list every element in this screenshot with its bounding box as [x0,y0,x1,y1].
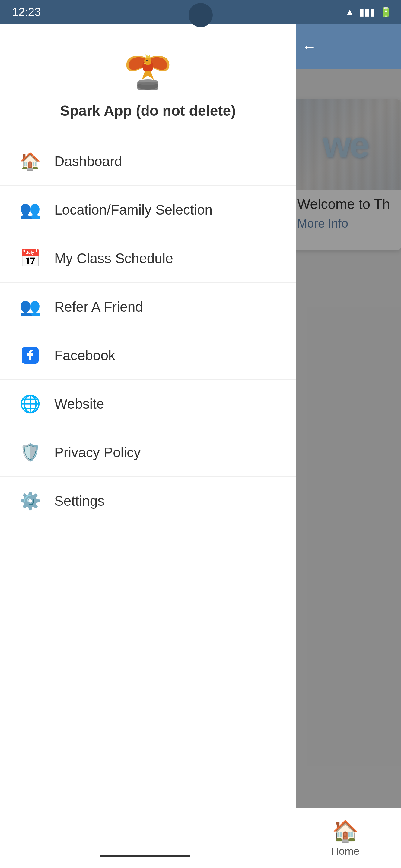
website-label: Website [54,396,104,412]
facebook-label: Facebook [54,347,115,364]
home-nav-icon[interactable]: 🏠 [332,819,359,844]
class-schedule-label: My Class Schedule [54,250,173,267]
facebook-icon [18,343,42,367]
bottom-navigation: 🏠 Home [290,808,401,868]
sidebar-item-dashboard[interactable]: 🏠 Dashboard [0,137,296,186]
battery-icon: 🔋 [380,6,392,18]
sidebar-item-settings[interactable]: ⚙️ Settings [0,477,296,525]
refer-friend-label: Refer A Friend [54,299,143,315]
location-family-icon: 👥 [18,198,42,222]
status-time: 12:23 [12,6,41,19]
home-nav-label[interactable]: Home [331,845,360,857]
settings-label: Settings [54,493,105,509]
app-logo [118,48,178,96]
sidebar-item-website[interactable]: 🌐 Website [0,380,296,428]
sidebar-item-privacy-policy[interactable]: 🛡️ Privacy Policy [0,428,296,477]
dashboard-label: Dashboard [54,153,122,169]
nav-header: ← [290,24,401,69]
status-bar-left: 12:23 [0,0,296,24]
location-family-label: Location/Family Selection [54,202,212,218]
privacy-policy-label: Privacy Policy [54,444,141,461]
website-icon: 🌐 [18,392,42,416]
sidebar-item-class-schedule[interactable]: 📅 My Class Schedule [0,234,296,283]
menu-list: 🏠 Dashboard 👥 Location/Family Selection … [0,137,296,868]
status-bar-right: ▲ ▮▮▮ 🔋 [290,0,401,24]
refer-friend-icon: 👥 [18,295,42,319]
svg-point-1 [144,57,151,65]
settings-icon: ⚙️ [18,489,42,513]
svg-point-5 [137,79,159,85]
app-name: Spark App (do not delete) [60,102,236,119]
back-button[interactable]: ← [302,38,317,56]
sidebar-drawer: Spark App (do not delete) 🏠 Dashboard 👥 … [0,0,296,868]
system-navigation-bar [0,844,290,868]
home-gesture-bar [99,855,190,857]
sidebar-logo-area: Spark App (do not delete) [0,24,296,131]
drawer-overlay[interactable] [290,24,401,868]
sidebar-item-location-family[interactable]: 👥 Location/Family Selection [0,186,296,234]
camera-notch [189,3,213,27]
privacy-policy-icon: 🛡️ [18,440,42,464]
sidebar-item-facebook[interactable]: Facebook [0,331,296,380]
class-schedule-icon: 📅 [18,246,42,270]
svg-point-2 [146,60,147,61]
dashboard-icon: 🏠 [18,149,42,173]
signal-icon: ▮▮▮ [359,6,375,18]
logo-svg [121,50,175,95]
sidebar-item-refer-friend[interactable]: 👥 Refer A Friend [0,283,296,331]
wifi-icon: ▲ [345,7,354,18]
